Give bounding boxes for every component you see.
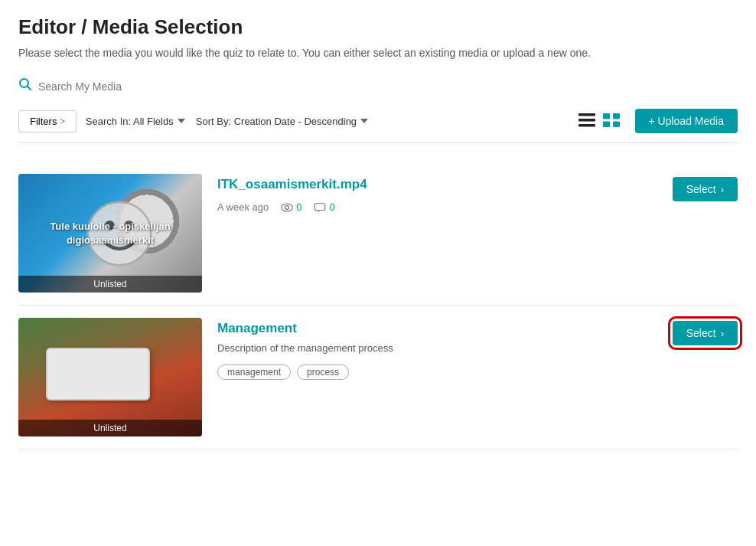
select-label: Select (686, 183, 716, 195)
comments-count: 0 (329, 201, 334, 213)
media-item: Tule kuulolle - opiskelijan digiosaamism… (18, 162, 738, 306)
tag-management: management (217, 365, 291, 380)
svg-rect-3 (578, 119, 595, 122)
upload-label: + Upload Media (649, 115, 724, 127)
sort-by-wrapper: Sort By: Creation Date - Descending (196, 116, 370, 127)
chevron-right-icon: › (721, 328, 724, 339)
grid-view-icon[interactable] (603, 113, 620, 129)
thumb-text: Tule kuulolle - opiskelijan digiosaamism… (45, 219, 175, 247)
media-tags: management process (217, 365, 657, 380)
media-thumbnail: Tule kuulolle - opiskelijan digiosaamism… (18, 174, 202, 293)
svg-rect-5 (603, 113, 610, 119)
search-input[interactable] (38, 80, 268, 93)
svg-line-1 (28, 87, 31, 90)
media-thumbnail: Unlisted (18, 318, 202, 436)
page-title: Editor / Media Selection (18, 15, 738, 39)
svg-point-13 (285, 205, 289, 209)
list-view-icon[interactable] (578, 113, 595, 129)
svg-rect-6 (613, 113, 620, 119)
select-button-1[interactable]: Select › (673, 177, 738, 201)
search-icon (18, 77, 32, 95)
media-description: Description of the management process (217, 342, 657, 354)
upload-media-button[interactable]: + Upload Media (635, 109, 738, 133)
search-in-wrapper: Search In: All Fields (86, 116, 187, 127)
media-title[interactable]: Management (217, 321, 657, 336)
select-button-wrap: Select › (673, 174, 738, 201)
svg-point-12 (282, 204, 292, 211)
page-subtitle: Please select the media you would like t… (18, 47, 738, 59)
filters-chevron: > (60, 116, 64, 126)
media-meta: A week ago 0 0 (217, 201, 657, 213)
media-item: Unlisted Management Description of the m… (18, 306, 738, 450)
select-button-2[interactable]: Select › (673, 321, 738, 345)
svg-rect-14 (315, 203, 326, 210)
search-row (18, 77, 738, 95)
search-in-select[interactable]: Search In: All Fields (86, 116, 187, 127)
filters-label: Filters (30, 116, 57, 127)
unlisted-badge: Unlisted (18, 276, 202, 293)
meta-time: A week ago (217, 201, 269, 213)
unlisted-badge: Unlisted (18, 420, 202, 436)
svg-rect-2 (578, 113, 595, 116)
svg-rect-7 (603, 121, 610, 127)
svg-rect-4 (578, 124, 595, 127)
chevron-right-icon: › (721, 184, 724, 195)
media-title[interactable]: ITK_osaamismerkit.mp4 (217, 177, 657, 192)
views-count: 0 (296, 201, 301, 213)
sort-by-select[interactable]: Sort By: Creation Date - Descending (196, 116, 370, 127)
toolbar-row: Filters > Search In: All Fields Sort By:… (18, 109, 738, 143)
eye-icon: 0 (281, 201, 301, 213)
select-button-wrap: Select › (673, 318, 738, 345)
svg-rect-8 (613, 121, 620, 127)
media-info: Management Description of the management… (217, 318, 657, 380)
filters-button[interactable]: Filters > (18, 110, 77, 132)
comment-icon: 0 (314, 201, 334, 213)
media-info: ITK_osaamismerkit.mp4 A week ago 0 0 (217, 174, 657, 213)
view-icons (578, 113, 620, 129)
media-list: Tule kuulolle - opiskelijan digiosaamism… (18, 162, 738, 450)
tag-process: process (297, 365, 349, 380)
select-label: Select (686, 327, 716, 339)
